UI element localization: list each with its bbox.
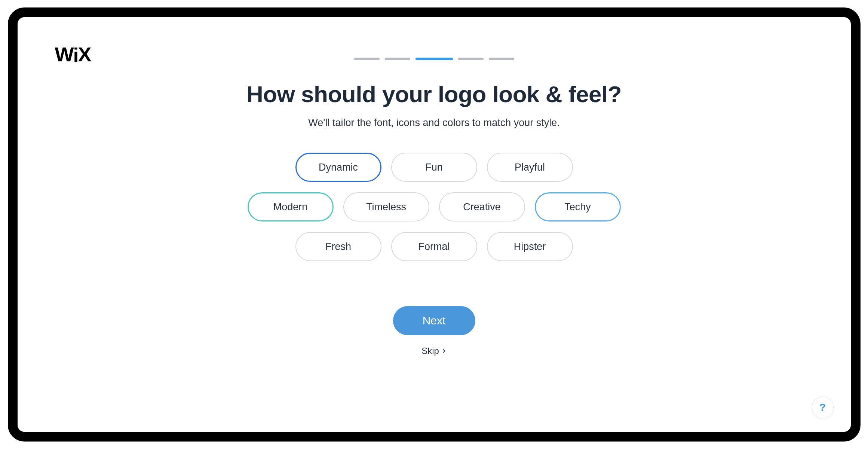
skip-link-label: Skip [421, 346, 439, 356]
chip-row-2: Modern Timeless Creative Techy [248, 192, 621, 222]
chip-row-3: Fresh Formal Hipster [295, 232, 573, 261]
style-chip-formal[interactable]: Formal [391, 232, 477, 261]
page-subtitle: We'll tailor the font, icons and colors … [308, 117, 559, 129]
style-chip-dynamic[interactable]: Dynamic [295, 153, 381, 182]
next-button[interactable]: Next [393, 306, 475, 335]
progress-step-1 [354, 58, 380, 60]
style-chip-modern[interactable]: Modern [248, 192, 334, 222]
help-button[interactable]: ? [812, 397, 834, 418]
style-chip-fun[interactable]: Fun [391, 153, 477, 182]
progress-step-2 [385, 58, 410, 60]
main-content: How should your logo look & feel? We'll … [18, 81, 851, 356]
action-bar: Next Skip [393, 306, 475, 356]
style-chip-creative[interactable]: Creative [439, 192, 525, 222]
style-chip-playful[interactable]: Playful [487, 153, 573, 182]
style-chip-techy[interactable]: Techy [535, 192, 621, 222]
page-title: How should your logo look & feel? [246, 81, 622, 107]
progress-step-5 [489, 58, 514, 60]
progress-stepper [18, 58, 851, 60]
progress-step-3 [415, 58, 453, 60]
chevron-right-icon [441, 348, 447, 354]
progress-step-4 [458, 58, 484, 60]
app-window: WiX How should your logo look & feel? We… [8, 7, 861, 442]
style-chip-hipster[interactable]: Hipster [487, 232, 573, 261]
skip-link[interactable]: Skip [421, 346, 447, 356]
wix-logo: WiX [55, 43, 91, 66]
chip-row-1: Dynamic Fun Playful [295, 153, 573, 182]
style-chip-fresh[interactable]: Fresh [295, 232, 381, 261]
style-chip-timeless[interactable]: Timeless [343, 192, 429, 222]
style-chip-group: Dynamic Fun Playful Modern Timeless Crea… [248, 153, 621, 261]
